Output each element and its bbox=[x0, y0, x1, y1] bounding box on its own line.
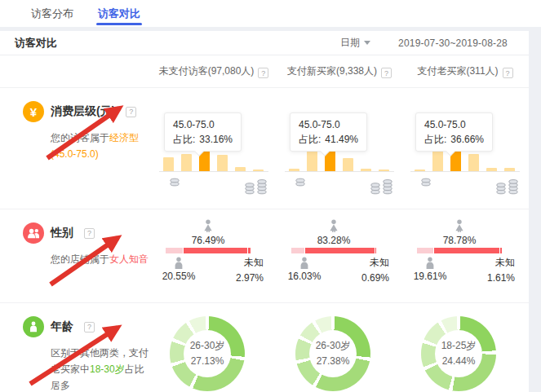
tab-visitor-distribution[interactable]: 访客分布 bbox=[31, 0, 73, 27]
row-age: 年龄 ? 区别于其他两类，支付老买家中18-30岁占比居多 26-30岁 27.… bbox=[0, 303, 529, 392]
tooltip-range: 45.0-75.0 bbox=[173, 117, 233, 132]
column-headers: 未支付访客(97,080人)? 支付新买家(9,338人)? 支付老买家(311… bbox=[0, 55, 529, 88]
male-percent: 20.55% bbox=[156, 271, 202, 282]
tooltip-value: 41.49% bbox=[325, 132, 358, 147]
unknown-label: 未知 bbox=[487, 255, 515, 271]
male-percent: 16.03% bbox=[282, 271, 327, 282]
row-consumption-level: ¥ 消费层级(元) ? 您的访客属于经济型(45.0-75.0) 45.0-75… bbox=[0, 88, 529, 209]
age-chart-repeat-buyers[interactable]: 18-25岁 24.44% bbox=[402, 303, 528, 392]
date-range-value[interactable]: 2019-07-30~2019-08-28 bbox=[398, 37, 508, 49]
chevron-down-icon bbox=[364, 41, 370, 45]
tooltip-value: 36.66% bbox=[450, 132, 484, 147]
axis-coin-icons bbox=[410, 178, 520, 195]
donut-age-range: 26-30岁 bbox=[316, 338, 351, 354]
row-title-gender: 性别 bbox=[51, 226, 73, 240]
unknown-percent-block: 未知 1.61% bbox=[487, 255, 515, 286]
chart-tooltip: 45.0-75.0 占比:41.49% bbox=[290, 112, 367, 152]
gender-stacked-bar[interactable] bbox=[166, 248, 251, 253]
chart-tooltip: 45.0-75.0 占比:33.16% bbox=[164, 112, 242, 152]
column-header-repeat-buyers: 支付老买家(311人)? bbox=[402, 64, 528, 79]
tooltip-range: 45.0-75.0 bbox=[424, 117, 484, 132]
active-tab-underline bbox=[96, 23, 142, 25]
female-percent: 83.28% bbox=[291, 235, 376, 246]
consumption-chart-repeat-buyers[interactable]: 45.0-75.0 占比:36.66% bbox=[402, 88, 528, 209]
help-icon[interactable]: ? bbox=[381, 68, 392, 78]
age-donut-chart[interactable]: 26-30岁 27.13% bbox=[170, 316, 245, 391]
chart-axis bbox=[159, 171, 268, 172]
consumption-label-col: ¥ 消费层级(元) ? 您的访客属于经济型(45.0-75.0) bbox=[0, 88, 151, 209]
male-icon bbox=[423, 257, 437, 270]
coins-large-icon bbox=[244, 178, 268, 195]
gender-chart-unpaid[interactable]: 76.49% 20.55% 未知 2.97% bbox=[151, 209, 277, 302]
donut-center-label: 18-25岁 24.44% bbox=[421, 316, 496, 391]
donut-age-range: 18-25岁 bbox=[441, 338, 477, 354]
page: 访客分布 访客对比 访客对比 日期 2019-07-30~2019-08-28 … bbox=[0, 0, 541, 392]
axis-coin-icons bbox=[159, 178, 268, 195]
age-chart-new-buyers[interactable]: 26-30岁 27.38% bbox=[277, 303, 402, 392]
consumption-chart-unpaid[interactable]: 45.0-75.0 占比:33.16% bbox=[151, 88, 277, 209]
column-header-text: 支付老买家(311人) bbox=[417, 65, 498, 77]
unknown-percent: 2.97% bbox=[236, 271, 264, 286]
unknown-label: 未知 bbox=[236, 255, 264, 271]
help-icon[interactable]: ? bbox=[84, 228, 95, 239]
unknown-percent-block: 未知 0.69% bbox=[361, 255, 389, 286]
row-title-age: 年龄 bbox=[51, 319, 73, 334]
tab-bar: 访客分布 访客对比 bbox=[0, 0, 541, 27]
coins-small-icon bbox=[169, 178, 180, 187]
gender-stacked-bar[interactable] bbox=[417, 248, 502, 253]
chart-axis bbox=[285, 171, 394, 172]
column-header-unpaid-visitors: 未支付访客(97,080人)? bbox=[151, 64, 277, 79]
age-donut-chart[interactable]: 18-25岁 24.44% bbox=[421, 316, 496, 391]
gender-chart-new-buyers[interactable]: 83.28% 16.03% 未知 0.69% bbox=[277, 209, 402, 302]
help-icon[interactable]: ? bbox=[258, 68, 268, 78]
desc-text: 您的店铺属于 bbox=[51, 253, 109, 265]
coins-small-icon bbox=[295, 178, 306, 187]
age-description: 区别于其他两类，支付老买家中18-30岁占比居多 bbox=[51, 345, 150, 392]
age-chart-unpaid[interactable]: 26-30岁 27.13% bbox=[151, 303, 277, 392]
coins-small-icon bbox=[420, 178, 432, 187]
gender-stacked-bar[interactable] bbox=[291, 248, 376, 253]
age-label-col: 年龄 ? 区别于其他两类，支付老买家中18-30岁占比居多 bbox=[0, 303, 151, 392]
male-icon bbox=[298, 257, 311, 270]
donut-age-range: 26-30岁 bbox=[190, 338, 225, 354]
male-icon bbox=[172, 257, 185, 270]
tab-visitor-compare-label: 访客对比 bbox=[98, 7, 140, 21]
date-dropdown[interactable]: 日期 2019-07-30~2019-08-28 bbox=[340, 36, 508, 50]
female-percent: 78.78% bbox=[417, 235, 502, 246]
help-icon[interactable]: ? bbox=[503, 68, 513, 78]
tooltip-label: 占比: bbox=[299, 132, 321, 147]
consumption-chart-new-buyers[interactable]: 45.0-75.0 占比:41.49% bbox=[277, 88, 402, 209]
male-percent: 19.61% bbox=[407, 271, 453, 282]
female-percent: 76.49% bbox=[166, 235, 251, 246]
help-icon[interactable]: ? bbox=[84, 322, 95, 333]
gender-chart-repeat-buyers[interactable]: 78.78% 19.61% 未知 1.61% bbox=[402, 209, 528, 302]
unknown-percent-block: 未知 2.97% bbox=[236, 255, 264, 286]
help-icon[interactable]: ? bbox=[126, 107, 136, 117]
yen-glyph: ¥ bbox=[30, 105, 37, 119]
tooltip-value: 33.16% bbox=[199, 132, 233, 147]
gender-description: 您的店铺属于女人知音 bbox=[51, 251, 150, 267]
unknown-percent: 0.69% bbox=[361, 271, 389, 286]
desc-highlight: 18-30岁 bbox=[90, 363, 125, 375]
desc-highlight: 女人知音 bbox=[109, 253, 149, 265]
desc-text: 您的访客属于 bbox=[51, 132, 109, 143]
unknown-percent: 1.61% bbox=[487, 271, 515, 286]
donut-age-percent: 24.44% bbox=[442, 354, 476, 369]
tab-visitor-compare[interactable]: 访客对比 bbox=[98, 0, 140, 27]
donut-age-percent: 27.13% bbox=[191, 354, 224, 369]
consumption-description: 您的访客属于经济型(45.0-75.0) bbox=[51, 130, 150, 162]
unknown-label: 未知 bbox=[361, 255, 389, 271]
chart-axis bbox=[410, 171, 520, 172]
column-header-text: 支付新买家(9,338人) bbox=[287, 65, 377, 77]
date-dropdown-label: 日期 bbox=[340, 36, 360, 50]
visitor-compare-panel: 访客对比 日期 2019-07-30~2019-08-28 未支付访客(97,0… bbox=[0, 31, 529, 392]
column-header-text: 未支付访客(97,080人) bbox=[159, 65, 255, 77]
coins-large-icon bbox=[495, 178, 520, 195]
tooltip-label: 占比: bbox=[173, 132, 195, 147]
axis-coin-icons bbox=[285, 178, 394, 195]
row-gender: 性别 ? 您的店铺属于女人知音 76.49% 20.55% 未知 2.97% bbox=[0, 209, 529, 303]
panel-title: 访客对比 bbox=[15, 36, 340, 51]
panel-header: 访客对比 日期 2019-07-30~2019-08-28 bbox=[0, 31, 529, 55]
age-donut-chart[interactable]: 26-30岁 27.38% bbox=[295, 316, 370, 391]
tooltip-label: 占比: bbox=[424, 132, 446, 147]
